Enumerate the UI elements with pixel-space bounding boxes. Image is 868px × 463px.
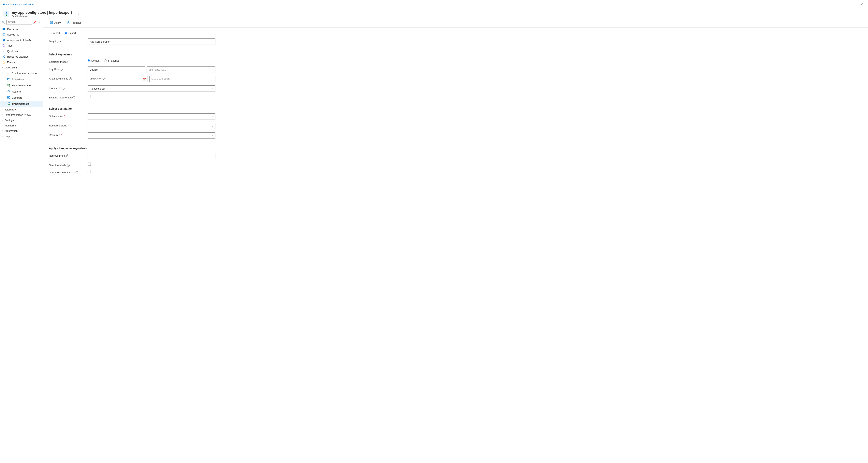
- import-radio-option[interactable]: Import: [49, 32, 60, 34]
- favorite-button[interactable]: ☆: [76, 11, 82, 17]
- sidebar-item-compare[interactable]: Compare: [0, 95, 43, 101]
- svg-point-14: [4, 56, 5, 56]
- subscription-control: [88, 114, 215, 120]
- sidebar-item-events[interactable]: Events: [0, 59, 43, 65]
- subscription-dropdown-wrap: [88, 114, 215, 120]
- breadcrumb-current[interactable]: my-app-config-store: [13, 3, 34, 6]
- top-bar: Home > my-app-config-store ✕: [0, 0, 868, 9]
- sidebar-item-activity-log[interactable]: Activity log: [0, 32, 43, 37]
- sidebar-item-access-control[interactable]: Access control (IAM): [0, 37, 43, 43]
- sidebar-item-quick-start[interactable]: Quick start: [0, 48, 43, 54]
- resource-title-area: my-app-config-store | Import/export App …: [12, 11, 72, 17]
- sidebar-label-restore: Restore: [12, 90, 21, 93]
- svg-rect-4: [4, 28, 5, 29]
- sidebar-label-operations: Operations: [5, 66, 18, 69]
- remove-prefix-info-icon[interactable]: i: [66, 154, 69, 157]
- sidebar-item-help[interactable]: Help: [0, 133, 43, 139]
- exclude-feature-flag-info-icon[interactable]: i: [72, 96, 75, 99]
- sidebar-item-settings[interactable]: Settings: [0, 118, 43, 123]
- subscription-select[interactable]: [88, 114, 215, 120]
- monitoring-chevron: [2, 124, 3, 127]
- apply-changes-title: Apply changes to key-values: [49, 147, 215, 150]
- svg-point-10: [3, 39, 4, 40]
- key-filter-dropdown-wrap: Equals Starts with Contains: [88, 66, 145, 73]
- sidebar-item-telemetry[interactable]: Telemetry: [0, 107, 43, 112]
- apply-button[interactable]: Apply: [48, 20, 63, 26]
- sidebar-item-import-export[interactable]: Import/export: [0, 101, 43, 107]
- help-chevron: [2, 135, 3, 137]
- sidebar-label-activity-log: Activity log: [7, 33, 41, 36]
- feedback-button[interactable]: Feedback: [64, 20, 85, 26]
- sidebar-item-feature-manager[interactable]: Feature manager: [0, 83, 43, 89]
- pin-icon[interactable]: 📌: [33, 20, 37, 25]
- sidebar-item-overview[interactable]: Overview: [0, 26, 43, 32]
- exclude-feature-flag-checkbox[interactable]: [88, 95, 91, 98]
- search-input[interactable]: [6, 20, 32, 25]
- subscription-label: Subscription *: [49, 114, 85, 118]
- select-key-values-title: Select key-values: [49, 53, 215, 56]
- default-mode-option[interactable]: Default: [88, 59, 99, 62]
- sidebar-item-monitoring[interactable]: Monitoring: [0, 123, 43, 128]
- snapshot-mode-option[interactable]: Snapshot: [104, 59, 119, 62]
- sidebar: 🔍 📌 « Overview Activity log Access contr…: [0, 18, 43, 463]
- key-filter-select[interactable]: Equals Starts with Contains: [88, 66, 145, 73]
- sidebar-item-operations[interactable]: Operations: [0, 65, 43, 70]
- svg-line-16: [4, 56, 4, 56]
- remove-prefix-field: Remove prefix i: [49, 153, 215, 159]
- remove-prefix-input[interactable]: [88, 153, 215, 159]
- export-radio-option[interactable]: Export: [65, 32, 76, 34]
- time-input[interactable]: [149, 76, 215, 82]
- quickstart-icon: [2, 50, 5, 53]
- sidebar-item-automation[interactable]: Automation: [0, 128, 43, 133]
- svg-rect-21: [7, 72, 10, 72]
- key-filter-info-icon[interactable]: i: [60, 68, 63, 71]
- config-icon: [7, 71, 10, 75]
- resource-group-select[interactable]: [88, 123, 215, 129]
- sidebar-item-tags[interactable]: Tags: [0, 43, 43, 48]
- resource-select[interactable]: [88, 132, 215, 139]
- breadcrumb-home[interactable]: Home: [3, 3, 9, 6]
- override-labels-info-icon[interactable]: i: [67, 164, 70, 167]
- sidebar-label-experimentation: Experimentation (New): [4, 114, 31, 116]
- svg-rect-30: [7, 96, 8, 98]
- breadcrumb: Home > my-app-config-store: [3, 3, 34, 6]
- collapse-icon[interactable]: «: [38, 20, 41, 25]
- import-radio[interactable]: [49, 32, 52, 34]
- resource-required: *: [61, 133, 62, 136]
- sidebar-item-resource-visualizer[interactable]: Resource visualizer: [0, 54, 43, 59]
- resource-control: [88, 132, 215, 139]
- date-input[interactable]: [88, 76, 148, 82]
- specific-time-info-icon[interactable]: i: [69, 77, 72, 80]
- override-content-types-field: Override content types i: [49, 170, 215, 174]
- target-type-select[interactable]: App Configuration App Service Kubernetes: [88, 38, 215, 45]
- key-filter-input[interactable]: [147, 66, 215, 73]
- from-label-select[interactable]: Please select: [88, 85, 215, 92]
- sidebar-item-restore[interactable]: Restore: [0, 89, 43, 95]
- override-labels-checkbox[interactable]: [88, 162, 91, 166]
- more-options-button[interactable]: ···: [82, 11, 88, 17]
- header-actions: ☆ ···: [76, 11, 88, 17]
- events-icon: [2, 61, 5, 64]
- sidebar-item-snapshots[interactable]: Snapshots: [0, 76, 43, 83]
- sidebar-item-experimentation[interactable]: Experimentation (New): [0, 112, 43, 118]
- override-content-types-info-icon[interactable]: i: [75, 171, 78, 174]
- snapshot-mode-radio[interactable]: [104, 59, 107, 62]
- close-button[interactable]: ✕: [859, 1, 865, 8]
- override-labels-field: Override labels i: [49, 162, 215, 167]
- from-label-control: Please select: [88, 85, 215, 92]
- svg-line-17: [4, 57, 4, 57]
- default-mode-radio[interactable]: [88, 59, 90, 62]
- override-content-types-checkbox[interactable]: [88, 170, 91, 173]
- svg-rect-5: [3, 29, 4, 30]
- subscription-field: Subscription *: [49, 114, 215, 120]
- subscription-required: *: [64, 115, 65, 118]
- selection-mode-info-icon[interactable]: i: [67, 61, 70, 63]
- from-label-info-icon[interactable]: i: [62, 87, 64, 90]
- export-radio-label: Export: [68, 32, 76, 34]
- feedback-icon: [67, 21, 70, 25]
- svg-rect-27: [9, 84, 10, 85]
- selection-mode-label: Selection mode i: [49, 59, 85, 63]
- export-radio[interactable]: [65, 32, 67, 34]
- from-label-label: From label i: [49, 85, 85, 90]
- sidebar-item-configuration-explorer[interactable]: Configuration explorer: [0, 70, 43, 76]
